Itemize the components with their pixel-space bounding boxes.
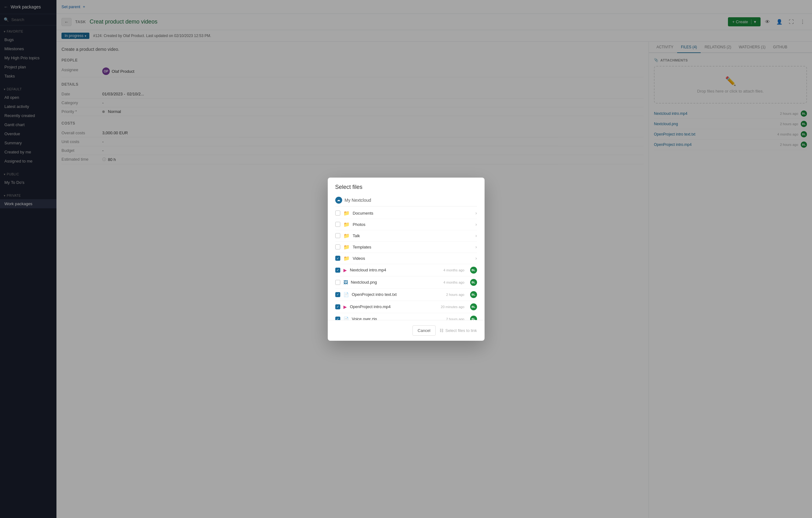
user-avatar: BL — [470, 316, 477, 320]
photos-checkbox[interactable] — [335, 222, 340, 227]
nextcloud-png-checkbox[interactable] — [335, 280, 340, 285]
documents-checkbox[interactable] — [335, 210, 340, 215]
mp4-file-icon: ▶ — [343, 268, 347, 272]
expand-icon[interactable]: › — [475, 233, 477, 238]
folder-icon: 📁 — [343, 244, 350, 250]
file-name-label: Nextcloud.png — [351, 280, 440, 285]
folder-name: Videos — [353, 256, 472, 261]
file-row-nextcloud-intro-mp4: ▶ Nextcloud intro.mp4 4 months ago BL — [335, 264, 477, 277]
talk-checkbox[interactable] — [335, 233, 340, 238]
zip-file-icon: 📄 — [343, 317, 349, 320]
modal-overlay[interactable]: Select files ☁ My Nextcloud 📁 Documents … — [0, 0, 812, 518]
folder-icon: 📁 — [343, 233, 350, 239]
modal-body: ☁ My Nextcloud 📁 Documents › 📁 Photos › … — [328, 194, 485, 320]
folder-name: Photos — [353, 222, 472, 227]
folder-row-videos: 📁 Videos › — [335, 253, 477, 264]
cancel-button[interactable]: Cancel — [412, 325, 436, 336]
openproject-mp4-checkbox[interactable] — [335, 304, 340, 309]
folder-row-templates: 📁 Templates › — [335, 241, 477, 253]
file-name-label: OpenProject intro text.txt — [352, 292, 443, 297]
modal-footer: Cancel ⛓ Select files to link — [328, 320, 485, 341]
folder-name: Templates — [353, 245, 472, 250]
videos-checkbox[interactable] — [335, 256, 340, 261]
file-row-openproject-mp4: ▶ OpenProject intro.mp4 20 minutes ago B… — [335, 301, 477, 313]
folder-icon: 📁 — [343, 222, 350, 228]
file-name-label: Voice over.zip — [352, 317, 443, 320]
nextcloud-intro-mp4-checkbox[interactable] — [335, 268, 340, 272]
select-files-button[interactable]: ⛓ Select files to link — [439, 328, 477, 333]
cloud-header: ☁ My Nextcloud — [335, 194, 477, 206]
png-file-icon: 🖼 — [343, 280, 348, 285]
file-name-label: Nextcloud intro.mp4 — [350, 268, 440, 272]
user-avatar: BL — [470, 267, 477, 274]
user-avatar: BL — [470, 304, 477, 310]
modal-title: Select files — [328, 178, 485, 194]
link-icon: ⛓ — [439, 328, 443, 333]
file-date: 4 months ago — [443, 281, 464, 284]
nextcloud-icon: ☁ — [335, 197, 342, 204]
user-avatar: BL — [470, 291, 477, 298]
mp4-file-icon: ▶ — [343, 304, 347, 309]
file-row-openproject-txt: 📄 OpenProject intro text.txt 2 hours ago… — [335, 289, 477, 301]
folder-row-documents: 📁 Documents › — [335, 208, 477, 219]
file-date: 4 months ago — [443, 268, 464, 272]
file-date: 20 minutes ago — [441, 305, 464, 309]
select-files-modal: Select files ☁ My Nextcloud 📁 Documents … — [328, 178, 485, 341]
file-date: 2 hours ago — [446, 317, 464, 320]
cloud-label: My Nextcloud — [345, 198, 371, 203]
folder-icon: 📁 — [343, 255, 350, 261]
openproject-txt-checkbox[interactable] — [335, 292, 340, 297]
folder-row-photos: 📁 Photos › — [335, 219, 477, 230]
expand-icon[interactable]: › — [475, 244, 477, 250]
voice-over-zip-checkbox[interactable] — [335, 317, 340, 320]
folder-name: Documents — [353, 211, 472, 215]
file-name-label: OpenProject intro.mp4 — [350, 304, 438, 309]
folder-name: Talk — [353, 233, 472, 238]
user-avatar: BL — [470, 279, 477, 286]
txt-file-icon: 📄 — [343, 292, 349, 297]
file-row-nextcloud-png: 🖼 Nextcloud.png 4 months ago BL — [335, 277, 477, 289]
expand-icon[interactable]: › — [475, 210, 477, 215]
folder-icon: 📁 — [343, 210, 350, 216]
folder-row-talk: 📁 Talk › — [335, 230, 477, 241]
file-row-voice-over-zip: 📄 Voice over.zip 2 hours ago BL — [335, 313, 477, 320]
expand-icon[interactable]: › — [475, 222, 477, 227]
expand-icon[interactable]: › — [475, 256, 477, 261]
file-date: 2 hours ago — [446, 293, 464, 296]
templates-checkbox[interactable] — [335, 244, 340, 250]
